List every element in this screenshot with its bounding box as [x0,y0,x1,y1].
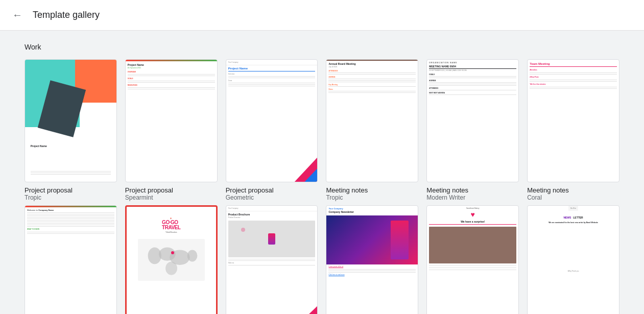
svg-point-4 [165,261,177,275]
ng-l1 [328,269,416,270]
template-item-brochure-geometric[interactable]: Your Company Product Brochure Product Ov… [226,205,318,314]
ob-l5 [27,219,114,219]
template-thumb-project-proposal-geometric[interactable]: Your Company Project Name Overview Costs [226,59,318,182]
mm-section1: GOALS [429,74,516,76]
header: ← Template gallery [0,0,644,31]
geo-line3 [228,83,316,83]
mn-line3 [328,79,416,79]
template-style: Tropic [326,194,418,201]
template-thumb-meeting-notes-coral[interactable]: Team Meeting Attendees A New Point Talk … [527,59,619,182]
template-style: Geometric [226,194,318,201]
template-thumb-meeting-notes-tropic[interactable]: Annual Board Meeting July 24 2021 ATTEND… [326,59,418,182]
svg-point-3 [187,250,197,261]
sp-subtitle: 4th Spearmint 2021 [128,67,215,69]
template-item-project-proposal-tropic[interactable]: Project Name Project proposal Tropic [25,59,117,201]
template-item-meeting-notes-coral[interactable]: Team Meeting Attendees A New Point Talk … [527,59,619,201]
template-thumb-newsletter-geometric[interactable]: Your Company Company Newsletter Lorem ip… [326,205,418,314]
ng-header: Your Company Company Newsletter [326,206,418,215]
template-thumb-onboarding-spearmint[interactable]: Welcome to Company Name WHAT TO KNOW [25,205,117,314]
thumb-mn-tropic: Annual Board Meeting July 24 2021 ATTEND… [326,60,418,182]
template-thumb-newsletter-lively[interactable]: Sweetheart Bakery ♥ We have a surprise! [426,205,519,314]
sp-section2: GOALS [128,78,215,80]
template-item-project-proposal-spearmint[interactable]: Project Name 4th Spearmint 2021 OVERVIEW… [125,59,218,201]
mn-line7 [328,91,416,91]
template-thumb-newsletter-plum[interactable]: Bio-Blue NEWS LETTER We are nominated fo… [527,205,619,314]
ob-l6 [27,220,114,221]
nl-img [429,227,516,263]
template-name: Meeting notes [426,186,519,194]
nl-surprise: We have a surprise! [429,220,516,223]
sp-section1: OVERVIEW [128,71,215,73]
ob-l4 [27,217,114,218]
sp-line6 [128,89,215,89]
ob-l2 [27,214,114,214]
ob-l11 [27,232,114,232]
ng-company: Your Company [328,207,416,210]
template-grid-row1: Project Name Project proposal Tropic [25,59,619,201]
np-header-text: Bio-Blue [570,207,576,209]
bg-l3 [228,265,316,265]
geo-section-overview: Overview [228,73,316,75]
nl-brand: Sweetheart Bakery [429,207,516,209]
mn-title: Annual Board Meeting [328,62,416,65]
template-item-newsletter-geometric[interactable]: Your Company Company Newsletter Lorem ip… [326,205,418,314]
mn-line2 [328,74,416,75]
mn-line6 [328,86,416,87]
mc-l5 [530,87,617,87]
template-thumb-brochure-modern-writer[interactable]: 📍 GO·GOTRAVEL Tribal Broukes [125,205,218,314]
geo-line5 [228,86,316,86]
template-thumb-project-proposal-tropic[interactable]: Project Name [25,59,117,182]
template-thumb-brochure-geometric[interactable]: Your Company Product Brochure Product Ov… [226,205,318,314]
template-item-meeting-notes-modern-writer[interactable]: ORGANIZATION NAME MEETING NAME 09/04 09 … [426,59,519,201]
ng-l3 [328,272,416,273]
thumb-brochure-geo: Your Company Product Brochure Product Ov… [226,206,318,314]
template-name: Meeting notes [527,186,619,194]
bg-header: Your Company [226,206,318,211]
template-thumb-project-proposal-spearmint[interactable]: Project Name 4th Spearmint 2021 OVERVIEW… [125,59,218,182]
lines [31,171,111,176]
geo-company: Your Company [228,61,238,63]
np-title: We are nominated for the best new artist… [548,222,598,224]
template-item-brochure-modern-writer[interactable]: 📍 GO·GOTRAVEL Tribal Broukes [125,205,218,314]
template-thumb-meeting-notes-modern-writer[interactable]: ORGANIZATION NAME MEETING NAME 09/04 09 … [426,59,519,182]
sp-line4 [128,82,215,83]
back-button[interactable]: ← [10,7,25,23]
sp-line5 [128,87,215,88]
page-title: Template gallery [33,10,100,20]
bg-title: Product Brochure [228,213,316,216]
template-item-project-proposal-geometric[interactable]: Your Company Project Name Overview Costs [226,59,318,201]
mn-line5 [328,82,416,82]
template-item-meeting-notes-tropic[interactable]: Annual Board Meeting July 24 2021 ATTEND… [326,59,418,201]
nl-l2 [429,268,516,268]
mc-title: Team Meeting [530,62,617,65]
template-item-newsletter-lively[interactable]: Sweetheart Bakery ♥ We have a surprise! … [426,205,519,314]
thumb-nl-lively: Sweetheart Bakery ♥ We have a surprise! [427,206,518,314]
template-item-onboarding-spearmint[interactable]: Welcome to Company Name WHAT TO KNOW [25,205,117,314]
sp-title: Project Name [128,63,215,66]
nl-l1 [429,265,516,266]
template-gallery-content: Work Project Name [0,31,644,314]
thumb-mn-modern: ORGANIZATION NAME MEETING NAME 09/04 09 … [427,60,518,182]
bg-label: Slide etc [228,262,316,264]
template-grid-row2: Welcome to Company Name WHAT TO KNOW [25,205,619,314]
template-name: Meeting notes [326,186,418,194]
ob-bar [25,206,116,207]
mn-line1 [328,73,416,73]
np-letter: LETTER [573,216,583,219]
template-style: Modern Writer [426,194,519,201]
mc-label3: Talk for a few minutes [530,83,617,85]
mm-info: 09 SEPTEMBER 2021 | 9:00 AM | MAIN CONF … [429,69,516,71]
mc-label1: Attendees [530,69,617,71]
ob-l10 [27,226,114,227]
geo-blue-line [228,71,316,71]
np-news: NEWS [563,216,571,219]
template-item-newsletter-plum[interactable]: Bio-Blue NEWS LETTER We are nominated fo… [527,205,619,314]
template-style: Tropic [25,194,117,201]
work-section: Work Project Name [25,43,619,314]
thumb-geometric: Your Company Project Name Overview Costs [226,60,318,182]
nl-heart-icon: ♥ [427,210,518,219]
thumb-spearmint: Project Name 4th Spearmint 2021 OVERVIEW… [126,60,217,182]
template-style: Spearmint [125,194,218,201]
mm-l1 [429,76,516,77]
bm-map-container [138,239,205,281]
